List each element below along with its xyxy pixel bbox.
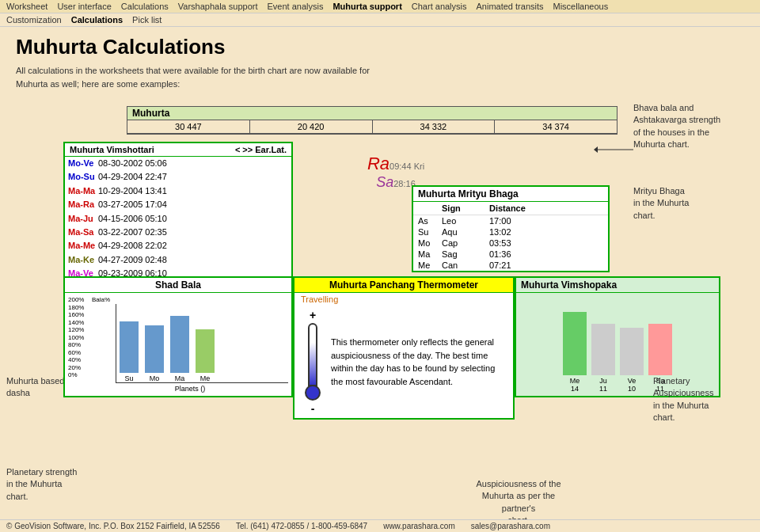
- muhurta-box: Muhurta 30 447 20 420 34 332 34 374: [127, 106, 618, 135]
- ra-sub: 09:44 Kri: [390, 162, 424, 171]
- mrityu-bhaga-annotation: Mrityu Bhagain the Muhurtachart.: [633, 185, 752, 222]
- mrityu-me-dist: 07:21: [489, 260, 553, 270]
- mrityu-me-sign: Can: [442, 260, 489, 270]
- muhurta-cell-4: 34 374: [495, 120, 617, 133]
- vimsh-bar-ve: Ve10: [620, 328, 644, 393]
- shadbala-title: Shad Bala: [65, 278, 291, 293]
- thermo-plus: +: [310, 309, 316, 321]
- vimshottari-subtitle: < >> Ear.Lat.: [235, 145, 287, 154]
- mrityu-me-planet: Me: [418, 260, 442, 270]
- svg-marker-1: [594, 146, 598, 153]
- vimsh-label-8: Ma-Ke: [68, 254, 98, 266]
- nav-muhurta-support[interactable]: Muhurta support: [332, 2, 401, 11]
- mrityu-row-su: Su Aqu 13:02: [413, 226, 608, 238]
- vimsh-date-7: 04-29-2008 22:02: [98, 240, 288, 252]
- top-navigation: Worksheet User interface Calculations Va…: [0, 0, 760, 13]
- muhurta-cell-1: 30 447: [127, 120, 250, 133]
- mrityu-mo-dist: 03:53: [489, 238, 553, 248]
- bhava-annotation: Bhava bala andAshtakavarga strengthof th…: [633, 102, 752, 151]
- footer-copyright: © GeoVision Software, Inc. P.O. Box 2152…: [6, 522, 220, 530]
- thermo-tube: [308, 323, 317, 386]
- thermo-minus: -: [311, 402, 315, 415]
- page-title: Muhurta Calculations: [0, 27, 760, 64]
- vimshottari-title: Muhurta Vimshottari < >> Ear.Lat.: [65, 143, 291, 157]
- mrityu-row-mo: Mo Cap 03:53: [413, 238, 608, 249]
- planetary-strength-annotation: Planetary strengthin the Muhurtachart.: [6, 466, 78, 503]
- mrityu-row-me: Me Can 07:21: [413, 260, 608, 271]
- main-content: Bhava bala andAshtakavarga strengthof th…: [0, 98, 760, 532]
- panchang-text: This thermometer only reflects the gener…: [331, 336, 507, 388]
- muhurta-title: Muhurta: [127, 107, 617, 120]
- travelling-text: Travelling: [294, 293, 513, 306]
- mrityu-col2-header: Sign: [442, 203, 489, 213]
- mrityu-su-dist: 13:02: [489, 227, 553, 237]
- shadbala-box: Shad Bala 200% 180% 160% 140% 120% 100% …: [63, 276, 293, 397]
- shadbala-chart: 200% 180% 160% 140% 120% 100% 80% 60% 40…: [65, 293, 291, 396]
- mrityu-as-dist: 17:00: [489, 216, 553, 226]
- nav-worksheet[interactable]: Worksheet: [6, 2, 48, 11]
- shadbala-bar-chart: Su Mo Ma Me: [116, 304, 288, 383]
- nav-calculations[interactable]: Calculations: [121, 2, 169, 11]
- vimsh-row-1: Mo-Ve 08-30-2002 05:06: [65, 157, 291, 170]
- nav-varshaphala[interactable]: Varshaphala support: [178, 2, 258, 11]
- nav-miscellaneous[interactable]: Miscellaneous: [553, 2, 609, 11]
- nav-user-interface[interactable]: User interface: [57, 2, 111, 11]
- vimsh-label-7: Ma-Me: [68, 240, 98, 252]
- vimsh-label-2: Mo-Su: [68, 171, 98, 183]
- mrityu-header: Sign Distance: [413, 202, 608, 215]
- vimsh-row-6: Ma-Sa 03-22-2007 02:35: [65, 226, 291, 239]
- mrityu-ma-sign: Sag: [442, 249, 489, 259]
- muhurta-cell-3: 34 332: [373, 120, 496, 133]
- mrityu-title: Muhurta Mrityu Bhaga: [413, 187, 608, 202]
- mrityu-mo-planet: Mo: [418, 238, 442, 248]
- panchang-content: + - This thermometer only reflects the g…: [294, 306, 513, 418]
- mrityu-mo-sign: Cap: [442, 238, 489, 248]
- dasha-annotation: Muhurta baseddasha: [6, 375, 70, 400]
- panchang-title: Muhurta Panchang Thermometer: [294, 278, 513, 293]
- shadbala-bala-label: Bala%: [92, 296, 288, 303]
- page-description: All calculations in the worksheets that …: [0, 64, 396, 98]
- subnav-customization[interactable]: Customization: [6, 15, 62, 25]
- nav-animated-transits[interactable]: Animated transits: [477, 2, 544, 11]
- vimsh-date-6: 03-22-2007 02:35: [98, 226, 288, 238]
- vimsh-date-8: 04-27-2009 02:48: [98, 254, 288, 266]
- vimsh-row-3: Ma-Ma 10-29-2004 13:41: [65, 184, 291, 198]
- mrityu-su-sign: Aqu: [442, 227, 489, 237]
- bar-me: Me: [196, 329, 215, 382]
- subnav-calculations[interactable]: Calculations: [71, 15, 123, 25]
- mrityu-col3-header: Distance: [489, 203, 553, 213]
- nav-chart-analysis[interactable]: Chart analysis: [412, 2, 467, 11]
- vimsh-row-7: Ma-Me 04-29-2008 22:02: [65, 239, 291, 253]
- nav-event-analysis[interactable]: Event analysis: [267, 2, 323, 11]
- vimsh-label-1: Mo-Ve: [68, 158, 98, 169]
- vimsh-label-3: Ma-Ma: [68, 185, 98, 197]
- footer: © GeoVision Software, Inc. P.O. Box 2152…: [0, 519, 760, 532]
- footer-website: www.parashara.com: [383, 522, 455, 530]
- vimsh-row-2: Mo-Su 04-29-2004 22:47: [65, 170, 291, 184]
- vimsh-date-1: 08-30-2002 05:06: [98, 158, 288, 169]
- thermo-bulb: [305, 385, 321, 401]
- vimsh-row-4: Ma-Ra 03-27-2005 17:04: [65, 198, 291, 211]
- shadbala-x-label: Planets (): [92, 385, 288, 393]
- vimsh-row-5: Ma-Ju 04-15-2006 05:10: [65, 212, 291, 226]
- planetary-auspiciousness-annotation: PlanetaryAuspiciousnessin the Muhurtacha…: [653, 375, 756, 424]
- muhurta-cell-2: 20 420: [250, 120, 373, 133]
- thermometer: + -: [301, 309, 325, 415]
- vimsh-label-5: Ma-Ju: [68, 213, 98, 225]
- vimsh-bar-ju: Ju11: [591, 324, 615, 393]
- vimsh-date-3: 10-29-2004 13:41: [98, 185, 288, 197]
- vimshopaka-title: Muhurta Vimshopaka: [516, 278, 719, 293]
- vimsh-date-4: 03-27-2005 17:04: [98, 199, 288, 211]
- mrityu-as-sign: Leo: [442, 216, 489, 226]
- mrityu-col1-header: [418, 203, 442, 213]
- sub-navigation: Customization Calculations Pick list: [0, 13, 760, 27]
- bar-mo: Mo: [145, 325, 164, 382]
- subnav-pick-list[interactable]: Pick list: [132, 15, 162, 25]
- footer-email: sales@parashara.com: [471, 522, 550, 530]
- bar-su: Su: [120, 321, 139, 382]
- muhurta-cells: 30 447 20 420 34 332 34 374: [127, 120, 617, 134]
- vimsh-row-8: Ma-Ke 04-27-2009 02:48: [65, 253, 291, 267]
- mrityu-bhaga-box: Muhurta Mrityu Bhaga Sign Distance As Le…: [412, 185, 610, 272]
- mrityu-ma-planet: Ma: [418, 249, 442, 259]
- shadbala-y-axis: 200% 180% 160% 140% 120% 100% 80% 60% 40…: [68, 296, 84, 378]
